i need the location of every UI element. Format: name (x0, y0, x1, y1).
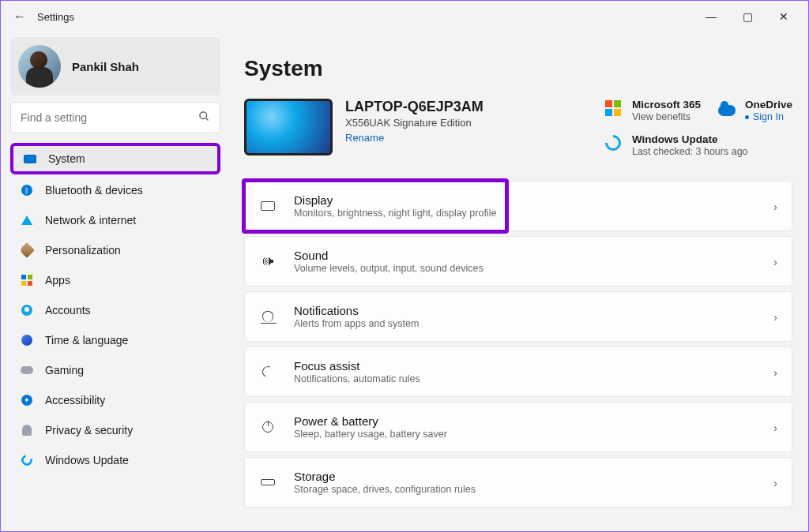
nav-label: System (48, 152, 85, 165)
window-title: Settings (37, 11, 74, 23)
settings-cards: Display Monitors, brightness, night ligh… (244, 181, 792, 508)
apps-icon (20, 273, 34, 287)
nav-label: Bluetooth & devices (45, 184, 143, 197)
titlebar: ← Settings — ▢ ✕ (1, 1, 808, 32)
nav-label: Network & internet (45, 214, 136, 227)
chevron-right-icon: › (773, 476, 777, 489)
nav-highlight: System (10, 143, 220, 174)
bluetooth-icon: ᛒ (20, 183, 34, 197)
card-notifications[interactable]: Notifications Alerts from apps and syste… (244, 291, 792, 342)
chevron-right-icon: › (773, 365, 777, 379)
window-controls: — ▢ ✕ (693, 4, 802, 29)
card-title: Storage (294, 470, 476, 483)
maximize-button[interactable]: ▢ (729, 4, 766, 29)
card-sound[interactable]: 🕪 Sound Volume levels, output, input, so… (244, 236, 792, 287)
card-title: Display (294, 193, 496, 207)
moon-icon (259, 366, 277, 377)
shield-icon (20, 423, 34, 437)
device-model: X556UAK Signature Edition (345, 117, 484, 129)
bell-icon (259, 311, 277, 322)
cloud-icon (718, 100, 736, 118)
card-storage[interactable]: Storage Storage space, drives, configura… (244, 457, 792, 508)
power-icon (259, 421, 277, 433)
minimize-button[interactable]: — (693, 4, 729, 29)
promo-title: OneDrive (745, 99, 792, 111)
card-display[interactable]: Display Monitors, brightness, night ligh… (244, 181, 792, 231)
chevron-right-icon: › (773, 421, 777, 434)
card-power[interactable]: Power & battery Sleep, battery usage, ba… (244, 402, 792, 452)
promo-subtitle: Last checked: 3 hours ago (632, 146, 748, 157)
promo-title: Windows Update (632, 133, 748, 145)
promo-m365[interactable]: Microsoft 365 View benefits (605, 99, 701, 122)
nav-item-privacy[interactable]: Privacy & security (10, 416, 220, 444)
sound-icon: 🕪 (259, 254, 277, 268)
globe-icon (20, 333, 34, 347)
nav-item-accessibility[interactable]: ✦ Accessibility (10, 386, 220, 414)
promo-title: Microsoft 365 (632, 99, 701, 111)
main-content: System LAPTOP-Q6EJP3AM X556UAK Signature… (230, 32, 808, 531)
card-subtitle: Storage space, drives, configuration rul… (294, 484, 476, 495)
svg-line-1 (205, 118, 208, 120)
nav-item-system[interactable]: System (13, 146, 217, 171)
promo-column: Microsoft 365 View benefits OneDrive Sig… (605, 99, 792, 157)
nav: System ᛒ Bluetooth & devices Network & i… (10, 143, 220, 474)
avatar (18, 45, 61, 88)
system-header: LAPTOP-Q6EJP3AM X556UAK Signature Editio… (244, 99, 792, 157)
card-subtitle: Notifications, automatic rules (294, 373, 420, 384)
nav-item-accounts[interactable]: Accounts (10, 296, 220, 324)
card-title: Notifications (294, 304, 419, 317)
nav-label: Privacy & security (45, 424, 133, 436)
nav-item-network[interactable]: Network & internet (10, 206, 220, 234)
gamepad-icon (20, 363, 34, 377)
device-info: LAPTOP-Q6EJP3AM X556UAK Signature Editio… (345, 99, 484, 144)
user-card[interactable]: Pankil Shah (10, 37, 220, 96)
card-title: Focus assist (294, 359, 420, 373)
close-button[interactable]: ✕ (766, 4, 802, 29)
device-thumbnail (244, 99, 333, 155)
rename-link[interactable]: Rename (345, 132, 484, 144)
chevron-right-icon: › (773, 255, 777, 268)
nav-item-time[interactable]: Time & language (10, 326, 220, 354)
person-icon (20, 303, 34, 317)
promo-subtitle: Sign In (745, 111, 792, 122)
microsoft-icon (605, 100, 623, 118)
back-button[interactable]: ← (7, 9, 32, 24)
nav-label: Apps (45, 274, 70, 287)
nav-label: Time & language (45, 334, 128, 347)
card-subtitle: Monitors, brightness, night light, displ… (294, 208, 496, 219)
chevron-right-icon: › (773, 200, 777, 213)
display-icon (259, 201, 277, 211)
sidebar: Pankil Shah System ᛒ Bluetooth & devices (1, 32, 230, 531)
nav-label: Accounts (45, 304, 91, 317)
search-icon (198, 111, 210, 125)
promo-subtitle: View benefits (632, 111, 701, 122)
nav-item-personalization[interactable]: Personalization (10, 236, 220, 264)
nav-item-gaming[interactable]: Gaming (10, 356, 220, 384)
update-icon (20, 453, 34, 467)
nav-item-update[interactable]: Windows Update (10, 446, 220, 474)
page-title: System (244, 56, 792, 81)
user-name: Pankil Shah (72, 60, 139, 73)
update-icon (605, 135, 623, 152)
card-title: Power & battery (294, 414, 447, 428)
nav-label: Gaming (45, 364, 84, 377)
nav-label: Windows Update (45, 454, 129, 466)
device-block: LAPTOP-Q6EJP3AM X556UAK Signature Editio… (244, 99, 484, 155)
nav-item-bluetooth[interactable]: ᛒ Bluetooth & devices (10, 176, 220, 204)
paintbrush-icon (20, 243, 34, 257)
search-box[interactable] (10, 102, 220, 133)
chevron-right-icon: › (773, 310, 777, 324)
wifi-icon (20, 213, 34, 227)
promo-winupdate[interactable]: Windows Update Last checked: 3 hours ago (605, 133, 792, 157)
card-title: Sound (294, 249, 484, 262)
nav-item-apps[interactable]: Apps (10, 266, 220, 294)
search-input[interactable] (21, 111, 198, 124)
card-focus-assist[interactable]: Focus assist Notifications, automatic ru… (244, 347, 792, 397)
card-subtitle: Volume levels, output, input, sound devi… (294, 263, 484, 274)
promo-onedrive[interactable]: OneDrive Sign In (718, 99, 792, 122)
accessibility-icon: ✦ (20, 393, 34, 407)
svg-point-0 (200, 112, 207, 119)
device-name: LAPTOP-Q6EJP3AM (345, 99, 484, 115)
nav-label: Personalization (45, 244, 121, 257)
system-icon (23, 152, 37, 166)
